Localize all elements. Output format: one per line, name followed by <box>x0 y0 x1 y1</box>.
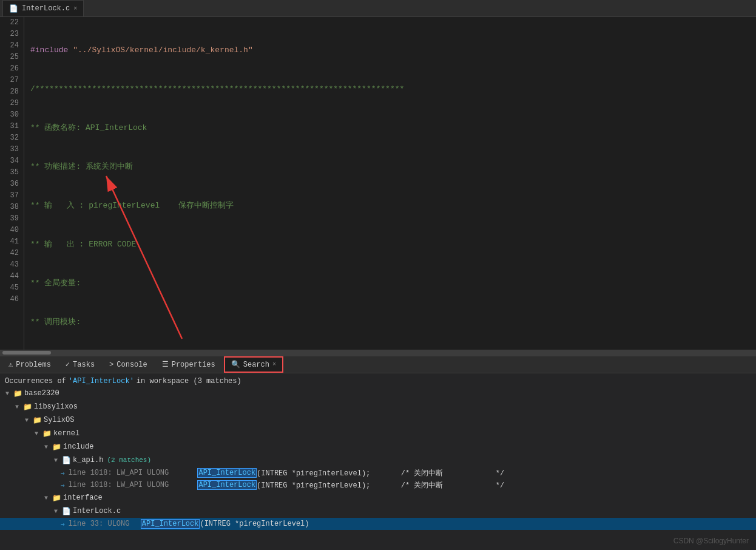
file-interlock-c-label: InterLock.c <box>73 507 121 515</box>
result-arrow-1: ⇒ <box>61 469 65 477</box>
code-line-23: /***************************************… <box>30 83 756 95</box>
tree-kernel[interactable]: ▼ 📁 kernel <box>0 427 756 440</box>
chevron-sylixos: ▼ <box>22 417 32 424</box>
tree-sylixos[interactable]: ▼ 📁 SylixOS <box>0 413 756 427</box>
location-label: in workspace (3 matches) <box>137 377 241 385</box>
result-line-1018-2[interactable]: ⇒ line 1018: LW_API ULONG API_InterLock … <box>0 479 756 491</box>
folder-kernel-label: kernel <box>53 429 79 438</box>
code-line-26: ** 输 入 : piregInterLevel 保存中断控制字 <box>30 200 756 211</box>
code-line-29: ** 调用模块: <box>30 316 756 328</box>
file-k-api-h-label: k_api.h <box>73 456 103 464</box>
panel-tab-bar: ⚠ Problems ✓ Tasks > Console ☰ Propertie… <box>0 356 756 373</box>
horizontal-scrollbar[interactable] <box>0 350 756 356</box>
result-match-1: API_InterLock <box>197 468 257 478</box>
console-icon: > <box>109 361 113 369</box>
editor-tab-interlock[interactable]: 📄 InterLock.c × <box>2 0 84 16</box>
chevron-k-api-h: ▼ <box>51 457 61 464</box>
line-numbers: 22 23 24 25 26 27 28 29 30 31 32 33 34 3… <box>0 17 24 350</box>
tasks-icon: ✓ <box>66 360 70 369</box>
occurrence-header: Occurrences of 'API_InterLock' in worksp… <box>0 376 756 387</box>
file-icon: 📄 <box>9 4 18 13</box>
search-label: Search <box>243 361 269 369</box>
chevron-base2320: ▼ <box>2 390 12 397</box>
properties-label: Properties <box>172 361 215 369</box>
tree-interface[interactable]: ▼ 📁 interface <box>0 491 756 504</box>
tasks-label: Tasks <box>73 361 95 369</box>
chevron-kernel: ▼ <box>32 430 41 437</box>
result-match-3: API_InterLock <box>141 519 200 529</box>
file-k-api-h-matches: (2 matches) <box>107 457 151 464</box>
tab-problems[interactable]: ⚠ Problems <box>2 356 57 373</box>
code-line-25: ** 功能描述: 系统关闭中断 <box>30 161 756 172</box>
result-line-info-1: line 1018: LW_API ULONG <box>69 469 195 477</box>
tree-interlock-c[interactable]: ▼ 📄 InterLock.c <box>0 504 756 518</box>
editor-tab-bar: 📄 InterLock.c × <box>0 0 756 17</box>
tree-root[interactable]: ▼ 📁 base2320 <box>0 387 756 400</box>
bottom-panel: ⚠ Problems ✓ Tasks > Console ☰ Propertie… <box>0 356 756 550</box>
tab-properties[interactable]: ☰ Properties <box>156 356 221 373</box>
result-match-2: API_InterLock <box>197 480 257 490</box>
scrollbar-thumb[interactable] <box>2 351 51 355</box>
tab-label: InterLock.c <box>22 4 70 13</box>
tree-libsylixos[interactable]: ▼ 📁 libsylixos <box>0 400 756 413</box>
result-line-info-2: line 1018: LW_API ULONG <box>69 481 195 489</box>
tab-search[interactable]: 🔍 Search × <box>224 356 283 373</box>
properties-icon: ☰ <box>162 360 169 369</box>
folder-interface-icon: 📁 <box>51 494 62 503</box>
folder-interface-label: interface <box>63 494 103 502</box>
tab-console[interactable]: > Console <box>103 356 154 373</box>
search-panel: Occurrences of 'API_InterLock' in worksp… <box>0 373 756 550</box>
watermark: CSDN @ScilogyHunter <box>673 537 749 545</box>
folder-base2320-label: base2320 <box>24 389 59 398</box>
tab-close-icon[interactable]: × <box>73 5 77 12</box>
problems-label: Problems <box>16 361 51 369</box>
chevron-include: ▼ <box>41 444 51 450</box>
chevron-interlock-c: ▼ <box>51 508 61 515</box>
result-rest-3: (INTREG *piregInterLevel) <box>200 520 309 528</box>
folder-include-label: include <box>63 443 93 451</box>
result-line-info-3: line 33: ULONG <box>69 520 138 528</box>
result-arrow-2: ⇒ <box>61 481 65 489</box>
result-rest-2: (INTREG *piregInterLevel); /* 关闭中断 */ <box>257 480 504 491</box>
tree-include[interactable]: ▼ 📁 include <box>0 440 756 453</box>
file-k-api-h-icon: 📄 <box>61 456 72 465</box>
tree-k-api-h[interactable]: ▼ 📄 k_api.h (2 matches) <box>0 453 756 467</box>
code-line-28: ** 全局变量: <box>30 277 756 289</box>
result-line-33[interactable]: ⇒ line 33: ULONG API_InterLock (INTREG *… <box>0 518 756 530</box>
folder-sylixos-label: SylixOS <box>44 416 74 424</box>
result-line-1018-1[interactable]: ⇒ line 1018: LW_API ULONG API_InterLock … <box>0 467 756 479</box>
code-line-27: ** 输 出 : ERROR CODE <box>30 239 756 250</box>
problems-icon: ⚠ <box>8 360 13 369</box>
folder-libsylixos-label: libsylixos <box>34 402 78 411</box>
chevron-libsylixos: ▼ <box>12 404 22 410</box>
result-arrow-3: ⇒ <box>61 520 65 528</box>
occurrences-label: Occurrences of <box>5 377 66 385</box>
code-line-22: #include "../SylixOS/kernel/include/k_ke… <box>30 44 756 56</box>
code-content: #include "../SylixOS/kernel/include/k_ke… <box>24 17 756 350</box>
file-interlock-c-icon: 📄 <box>61 507 72 516</box>
editor-area: 22 23 24 25 26 27 28 29 30 31 32 33 34 3… <box>0 17 756 350</box>
search-icon: 🔍 <box>231 360 240 369</box>
console-label: Console <box>116 361 147 369</box>
folder-kernel-icon: 📁 <box>41 429 52 438</box>
chevron-interface: ▼ <box>41 495 51 501</box>
folder-libsylixos-icon: 📁 <box>22 402 33 412</box>
tab-tasks[interactable]: ✓ Tasks <box>59 356 101 373</box>
code-line-24: ** 函数名称: API_InterLock <box>30 122 756 134</box>
folder-include-icon: 📁 <box>51 443 62 452</box>
search-term-highlight: 'API_InterLock' <box>69 377 134 385</box>
folder-base2320-icon: 📁 <box>12 389 23 398</box>
search-close-icon[interactable]: × <box>272 361 276 368</box>
result-rest-1: (INTREG *piregInterLevel); /* 关闭中断 */ <box>257 468 504 478</box>
editor-wrapper: 22 23 24 25 26 27 28 29 30 31 32 33 34 3… <box>0 17 756 356</box>
folder-sylixos-icon: 📁 <box>32 416 42 425</box>
